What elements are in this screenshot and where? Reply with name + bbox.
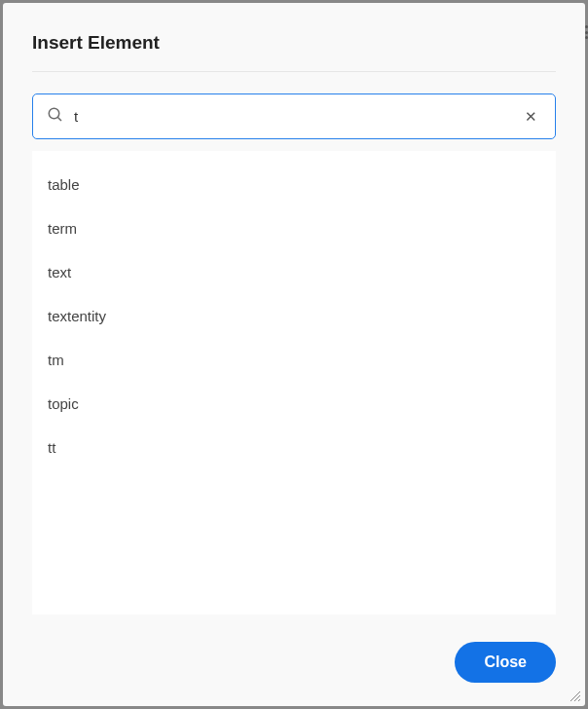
result-item-term[interactable]: term	[32, 206, 556, 250]
result-item-tm[interactable]: tm	[32, 338, 556, 382]
svg-line-4	[578, 699, 580, 701]
svg-line-1	[57, 117, 61, 121]
result-item-topic[interactable]: topic	[32, 382, 556, 426]
insert-element-dialog: Insert Element ✕ table term text textent…	[3, 3, 585, 706]
result-item-table[interactable]: table	[32, 163, 556, 206]
dialog-title: Insert Element	[32, 32, 556, 54]
resize-grip-icon[interactable]	[568, 689, 581, 702]
result-item-textentity[interactable]: textentity	[32, 294, 556, 338]
result-item-tt[interactable]: tt	[32, 426, 556, 469]
divider	[32, 71, 556, 72]
search-input[interactable]	[64, 94, 520, 138]
dialog-footer: Close	[32, 615, 556, 683]
result-item-text[interactable]: text	[32, 250, 556, 294]
search-field-wrapper: ✕	[32, 93, 556, 139]
close-button[interactable]: Close	[455, 642, 556, 683]
search-icon	[47, 106, 64, 128]
svg-point-0	[49, 108, 59, 119]
clear-icon[interactable]: ✕	[520, 106, 541, 128]
results-list: table term text textentity tm topic tt	[32, 151, 556, 615]
